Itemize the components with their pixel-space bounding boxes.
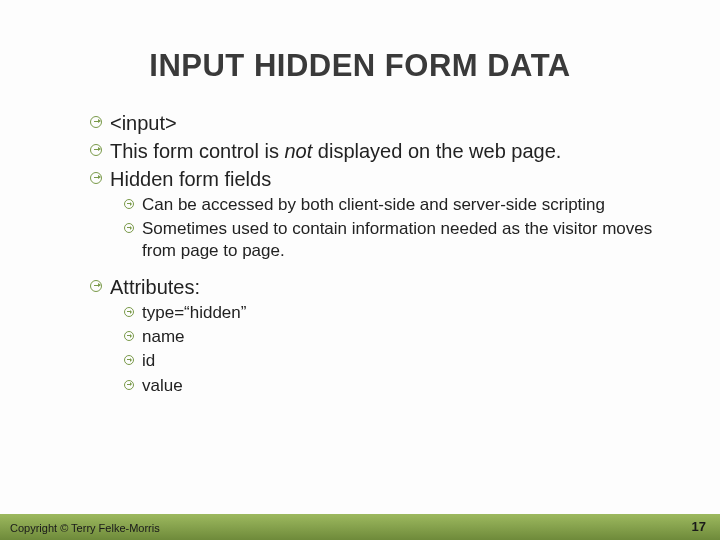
sub-bullet-text: name — [142, 327, 185, 346]
sublist-hidden-fields: Can be accessed by both client-side and … — [124, 194, 680, 262]
page-number: 17 — [692, 519, 706, 534]
bullet-text: Attributes: — [110, 276, 200, 298]
slide: INPUT HIDDEN FORM DATA <input> This form… — [0, 0, 720, 540]
bullet-text-em: not — [284, 140, 312, 162]
bullet-text: Hidden form fields — [110, 168, 271, 190]
bullet-attributes: Attributes: — [90, 274, 680, 300]
sublist-attributes: type=“hidden” name id value — [124, 302, 680, 396]
bullet-text-pre: This form control is — [110, 140, 284, 162]
sub-bullet-text: id — [142, 351, 155, 370]
sub-bullet-value: value — [124, 375, 680, 397]
bullet-not-displayed: This form control is not displayed on th… — [90, 138, 680, 164]
sub-bullet-page-to-page: Sometimes used to contain information ne… — [124, 218, 680, 262]
sub-bullet-scripting: Can be accessed by both client-side and … — [124, 194, 680, 216]
sub-bullet-name: name — [124, 326, 680, 348]
copyright-text: Copyright © Terry Felke-Morris — [10, 522, 160, 534]
sub-bullet-text: Sometimes used to contain information ne… — [142, 219, 652, 260]
slide-title: INPUT HIDDEN FORM DATA — [0, 48, 720, 84]
sub-bullet-text: type=“hidden” — [142, 303, 246, 322]
sub-bullet-text: Can be accessed by both client-side and … — [142, 195, 605, 214]
slide-body: <input> This form control is not display… — [90, 110, 680, 399]
sub-bullet-id: id — [124, 350, 680, 372]
bullet-text: <input> — [110, 112, 177, 134]
bullet-input-tag: <input> — [90, 110, 680, 136]
sub-bullet-type: type=“hidden” — [124, 302, 680, 324]
bullet-text-post: displayed on the web page. — [312, 140, 561, 162]
bullet-hidden-fields: Hidden form fields — [90, 166, 680, 192]
sub-bullet-text: value — [142, 376, 183, 395]
